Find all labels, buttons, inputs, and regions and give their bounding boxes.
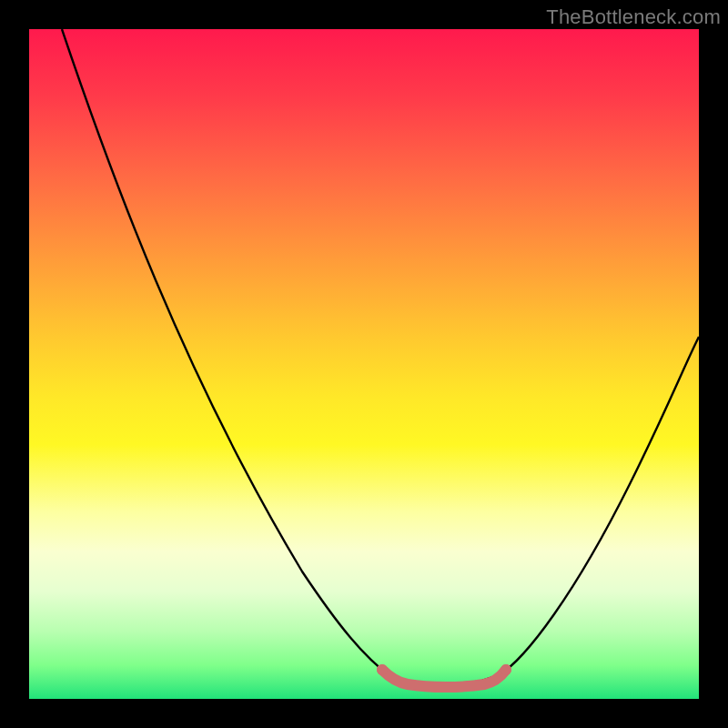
gradient-background <box>29 29 699 699</box>
watermark-text: TheBottleneck.com <box>546 5 721 29</box>
plot-area <box>29 29 699 699</box>
